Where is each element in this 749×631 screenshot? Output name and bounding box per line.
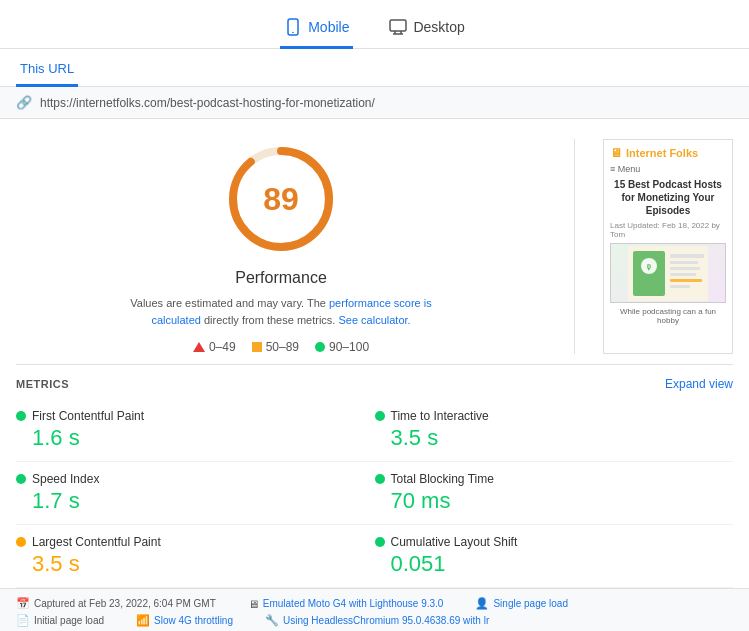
chromium-info: 🔧 Using HeadlessChromium 95.0.4638.69 wi… xyxy=(265,614,489,627)
metric-fcp-dot xyxy=(16,411,26,421)
link-icon: 🔗 xyxy=(16,95,32,110)
metric-tbt-value: 70 ms xyxy=(375,488,734,514)
throttling-link[interactable]: Slow 4G throttling xyxy=(154,615,233,626)
metric-tti-value: 3.5 s xyxy=(375,425,734,451)
svg-rect-17 xyxy=(670,285,690,288)
metric-lcp: Largest Contentful Paint 3.5 s xyxy=(16,525,375,588)
chromium-link[interactable]: Using HeadlessChromium 95.0.4638.69 with… xyxy=(283,615,489,626)
thumb-site-name: 🖥 Internet Folks xyxy=(610,146,726,160)
metric-si-value: 1.7 s xyxy=(16,488,375,514)
tab-mobile-label: Mobile xyxy=(308,19,349,35)
metric-cls-label: Cumulative Layout Shift xyxy=(391,535,518,549)
sub-nav: This URL xyxy=(0,49,749,87)
metrics-grid: First Contentful Paint 1.6 s Time to Int… xyxy=(0,399,749,588)
perf-note-text: Values are estimated and may vary. The xyxy=(130,297,329,309)
expand-view-link[interactable]: Expand view xyxy=(665,377,733,391)
legend-orange: 50–89 xyxy=(252,340,299,354)
metric-cls: Cumulative Layout Shift 0.051 xyxy=(375,525,734,588)
metric-fcp: First Contentful Paint 1.6 s xyxy=(16,399,375,462)
svg-text:🎙: 🎙 xyxy=(645,263,653,272)
throttling-info: 📶 Slow 4G throttling xyxy=(136,614,233,627)
single-page-link[interactable]: Single page load xyxy=(493,598,568,609)
emulated-device-info: 🖥 Emulated Moto G4 with Lighthouse 9.3.0 xyxy=(248,597,444,610)
page-icon: 📄 xyxy=(16,614,30,627)
wifi-icon: 📶 xyxy=(136,614,150,627)
wrench-icon: 🔧 xyxy=(265,614,279,627)
svg-rect-14 xyxy=(670,267,700,270)
orange-square-icon xyxy=(252,342,262,352)
page-thumbnail: 🖥 Internet Folks ≡ Menu 15 Best Podcast … xyxy=(603,139,733,354)
bottom-bar: 📅 Captured at Feb 23, 2022, 6:04 PM GMT … xyxy=(0,588,749,631)
url-bar: 🔗 https://internetfolks.com/best-podcast… xyxy=(0,87,749,119)
legend-red: 0–49 xyxy=(193,340,236,354)
metric-lcp-dot xyxy=(16,537,26,547)
legend-green: 90–100 xyxy=(315,340,369,354)
bottom-row-1: 📅 Captured at Feb 23, 2022, 6:04 PM GMT … xyxy=(16,597,733,610)
svg-rect-16 xyxy=(670,279,702,282)
thumb-image: 🎙 xyxy=(610,243,726,303)
performance-gauge: 89 xyxy=(221,139,341,259)
initial-load-info: 📄 Initial page load xyxy=(16,614,104,627)
metric-tti: Time to Interactive 3.5 s xyxy=(375,399,734,462)
metric-cls-dot xyxy=(375,537,385,547)
legend-green-label: 90–100 xyxy=(329,340,369,354)
legend-red-label: 0–49 xyxy=(209,340,236,354)
device-icon: 🖥 xyxy=(248,598,259,610)
see-calc-link[interactable]: See calculator. xyxy=(338,314,410,326)
metrics-header: METRICS Expand view xyxy=(0,365,749,399)
svg-rect-12 xyxy=(670,254,704,258)
main-content: 89 Performance Values are estimated and … xyxy=(0,119,749,364)
green-dot-icon xyxy=(315,342,325,352)
score-section: 89 Performance Values are estimated and … xyxy=(16,139,546,354)
svg-rect-15 xyxy=(670,273,696,276)
metric-tbt-label: Total Blocking Time xyxy=(391,472,494,486)
tab-desktop[interactable]: Desktop xyxy=(385,10,468,49)
metric-si-label: Speed Index xyxy=(32,472,99,486)
thumb-date: Last Updated: Feb 18, 2022 by Tom xyxy=(610,221,726,239)
metric-cls-value: 0.051 xyxy=(375,551,734,577)
performance-label: Performance xyxy=(235,269,327,287)
initial-load-text: Initial page load xyxy=(34,615,104,626)
tab-mobile[interactable]: Mobile xyxy=(280,10,353,49)
metrics-title: METRICS xyxy=(16,378,69,390)
metric-lcp-value: 3.5 s xyxy=(16,551,375,577)
metric-tbt-dot xyxy=(375,474,385,484)
svg-rect-2 xyxy=(390,20,406,31)
metric-fcp-label: First Contentful Paint xyxy=(32,409,144,423)
emulated-device-link[interactable]: Emulated Moto G4 with Lighthouse 9.3.0 xyxy=(263,598,444,609)
tab-desktop-label: Desktop xyxy=(413,19,464,35)
person-icon: 👤 xyxy=(475,597,489,610)
thumb-title: 15 Best Podcast Hosts for Monetizing You… xyxy=(610,178,726,217)
thumb-menu: ≡ Menu xyxy=(610,164,726,174)
desktop-icon xyxy=(389,18,407,36)
metric-lcp-label: Largest Contentful Paint xyxy=(32,535,161,549)
legend-orange-label: 50–89 xyxy=(266,340,299,354)
captured-at-info: 📅 Captured at Feb 23, 2022, 6:04 PM GMT xyxy=(16,597,216,610)
svg-rect-13 xyxy=(670,261,698,264)
mobile-icon xyxy=(284,18,302,36)
captured-at-text: Captured at Feb 23, 2022, 6:04 PM GMT xyxy=(34,598,216,609)
thumb-footer: While podcasting can a fun hobby xyxy=(610,307,726,325)
top-nav: Mobile Desktop xyxy=(0,0,749,49)
calendar-icon: 📅 xyxy=(16,597,30,610)
perf-note-text2: directly from these metrics. xyxy=(201,314,339,326)
url-text: https://internetfolks.com/best-podcast-h… xyxy=(40,96,375,110)
metric-tti-label: Time to Interactive xyxy=(391,409,489,423)
vertical-divider xyxy=(574,139,575,354)
metric-fcp-value: 1.6 s xyxy=(16,425,375,451)
sub-tab-this-url[interactable]: This URL xyxy=(16,55,78,87)
metric-tti-dot xyxy=(375,411,385,421)
score-legend: 0–49 50–89 90–100 xyxy=(193,340,369,354)
performance-note: Values are estimated and may vary. The p… xyxy=(111,295,451,328)
metric-tbt: Total Blocking Time 70 ms xyxy=(375,462,734,525)
page-load-info: 👤 Single page load xyxy=(475,597,568,610)
metric-si: Speed Index 1.7 s xyxy=(16,462,375,525)
svg-point-1 xyxy=(292,32,294,34)
bottom-row-2: 📄 Initial page load 📶 Slow 4G throttling… xyxy=(16,614,733,627)
metric-si-dot xyxy=(16,474,26,484)
red-triangle-icon xyxy=(193,342,205,352)
gauge-score-value: 89 xyxy=(263,181,299,218)
